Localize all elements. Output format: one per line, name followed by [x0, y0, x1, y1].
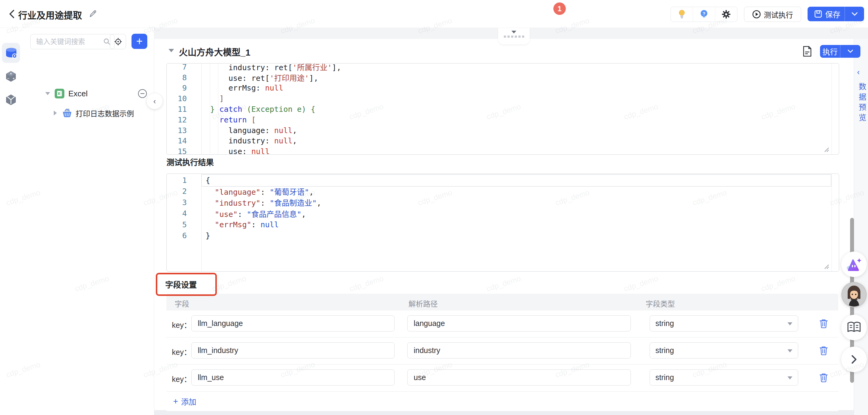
search-input[interactable] [35, 37, 103, 46]
plus-icon: + [173, 396, 178, 406]
table-header: 字段 解析路径 字段类型 [166, 294, 838, 310]
database-gear-icon[interactable] [5, 48, 17, 59]
field-key-input[interactable] [197, 373, 389, 382]
cube-operators-icon[interactable]: × − + [5, 70, 17, 82]
tree-collapse-caret[interactable] [54, 111, 57, 115]
trash-icon[interactable] [819, 373, 828, 382]
field-key-input-box[interactable] [191, 315, 395, 331]
code-line-1: 1{ [167, 175, 839, 186]
save-main[interactable]: 保存 [808, 7, 845, 21]
svg-text:×: × [10, 72, 12, 75]
parse-path-input-box[interactable] [407, 369, 631, 386]
lightbulb-icon [678, 9, 686, 19]
search-box[interactable] [30, 34, 115, 49]
document-icon[interactable] [802, 46, 812, 57]
code-line-2: 2 "language": "葡萄牙语", [167, 186, 839, 197]
run-label[interactable]: 执行 [820, 45, 840, 58]
locate-icon [114, 38, 122, 46]
tree-node-excel[interactable]: Excel [22, 86, 154, 101]
field-type-select[interactable]: string [650, 315, 798, 331]
avatar-image [842, 283, 866, 306]
field-key-input[interactable] [197, 346, 389, 355]
add-field-label: 添加 [181, 396, 196, 407]
parse-path-input-box[interactable] [407, 315, 631, 331]
node-collapse-caret[interactable] [168, 49, 174, 52]
test-run-button[interactable]: 测试执行 [744, 7, 801, 22]
sidebar-collapse-button[interactable]: ‹ [147, 93, 162, 109]
save-icon [814, 10, 822, 18]
code-line-13: 13 language: null, [167, 125, 839, 136]
user-avatar[interactable] [841, 282, 867, 307]
code-line-9: 9 errMsg: null [167, 83, 839, 94]
svg-text:?: ? [703, 11, 705, 16]
panel-collapse-notch[interactable] [498, 28, 530, 45]
help-button[interactable]: ? [693, 7, 715, 22]
back-icon[interactable] [8, 9, 16, 19]
key-label: key： [172, 346, 191, 357]
code-editor[interactable]: 7 industry: ret['所属行业'],8 use: ret['打印用途… [166, 63, 839, 155]
topbar-icon-group: ? [671, 7, 737, 22]
tree-node-dataset[interactable]: 打印日志数据示例 [22, 106, 154, 121]
code-line-5: 5 "errMsg": null [167, 219, 839, 230]
field-row-llm_industry: key：string [166, 337, 838, 364]
field-type-value: string [655, 346, 674, 355]
parse-path-input[interactable] [413, 319, 625, 328]
add-datasource-button[interactable]: + [131, 34, 147, 49]
trash-icon[interactable] [819, 346, 828, 355]
code-line-10: 10 ] [167, 93, 839, 104]
svg-text:−: − [7, 77, 9, 80]
minus-circle-icon[interactable] [137, 89, 147, 98]
type-dropdown-caret [787, 377, 793, 380]
type-dropdown-caret [787, 322, 793, 325]
edit-title-icon[interactable] [89, 10, 97, 18]
code-line-6: 6} [167, 230, 839, 241]
notch-caret-icon [512, 31, 516, 33]
chevron-left-icon: ‹ [153, 97, 156, 106]
run-dropdown-caret[interactable] [840, 45, 860, 58]
drag-handle-dots[interactable] [504, 35, 524, 38]
result-editor[interactable]: 1{2 "language": "葡萄牙语",3 "industry": "食品… [166, 174, 839, 272]
add-field-button[interactable]: + 添加 [173, 396, 196, 407]
field-key-input-box[interactable] [191, 369, 395, 386]
field-key-input[interactable] [197, 319, 389, 328]
field-type-select[interactable]: string [650, 369, 798, 386]
resize-grip-icon[interactable] [822, 262, 830, 270]
resize-grip-icon[interactable] [822, 145, 830, 153]
notification-badge: 1 [553, 2, 566, 15]
trash-icon[interactable] [819, 319, 828, 328]
run-button[interactable]: 执行 [820, 45, 860, 58]
field-row-llm_use: key：string [166, 364, 838, 392]
field-type-select[interactable]: string [650, 343, 798, 358]
book-icon [847, 321, 861, 333]
left-nav-rail: × − + [0, 28, 23, 415]
save-dropdown-caret[interactable] [845, 7, 864, 21]
top-bar: 行业及用途提取 1 ? [0, 0, 868, 28]
parse-path-input-box[interactable] [407, 343, 631, 358]
data-preview-tab[interactable]: 数据预览 [857, 83, 867, 124]
sidebar-panel: + Excel 打印日 [22, 28, 154, 415]
docs-button[interactable] [841, 315, 867, 340]
cube-branch-icon[interactable] [5, 94, 17, 106]
play-circle-icon [752, 10, 761, 19]
parse-path-input[interactable] [413, 346, 625, 355]
plus-icon: + [136, 35, 143, 48]
hint-button[interactable] [671, 7, 693, 22]
chevron-left-icon: ‹ [857, 67, 860, 77]
test-result-label: 测试执行结果 [166, 156, 214, 168]
field-key-input-box[interactable] [191, 343, 395, 358]
column-header-field: 字段 [175, 298, 189, 309]
settings-button[interactable] [715, 7, 737, 22]
field-type-value: string [655, 319, 674, 328]
ai-assistant-button[interactable] [841, 251, 867, 277]
expand-panel-button[interactable] [841, 347, 867, 372]
save-button[interactable]: 保存 [808, 7, 864, 21]
code-line-3: 3 "industry": "食品制造业", [167, 197, 839, 208]
tree-expand-caret[interactable] [45, 92, 50, 95]
parse-path-input[interactable] [413, 373, 625, 382]
page-title: 行业及用途提取 [18, 8, 82, 21]
tree-child-label: 打印日志数据示例 [75, 108, 134, 118]
preview-expand-button[interactable]: ‹ [857, 67, 860, 77]
column-header-type: 字段类型 [646, 298, 675, 309]
locate-button[interactable] [110, 34, 126, 49]
code-line-4: 4 "use": "食品产品信息", [167, 208, 839, 219]
